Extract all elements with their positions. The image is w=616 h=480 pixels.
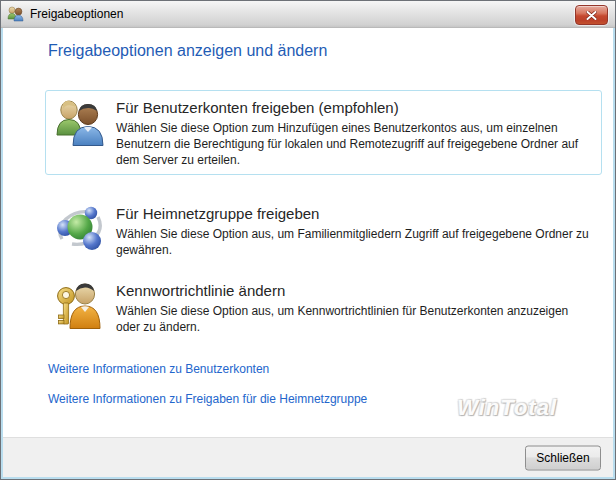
dialog-window: Freigabeoptionen Freigabeoptionen anzeig… bbox=[0, 0, 616, 480]
option-description: Wählen Sie diese Option aus, um Familien… bbox=[116, 226, 593, 258]
footer-bar: Schließen bbox=[3, 437, 613, 477]
option-title: Für Heimnetzgruppe freigeben bbox=[116, 204, 593, 224]
option-text: Kennwortrichtlinie ändern Wählen Sie die… bbox=[116, 280, 593, 335]
dialog-content: Freigabeoptionen anzeigen und ändern Für… bbox=[3, 28, 613, 477]
option-description: Wählen Sie diese Option zum Hinzufügen e… bbox=[116, 120, 593, 168]
key-user-icon bbox=[54, 280, 106, 332]
close-button[interactable] bbox=[575, 5, 608, 25]
schliessen-button[interactable]: Schließen bbox=[525, 445, 601, 470]
close-icon bbox=[586, 11, 597, 20]
homegroup-icon bbox=[54, 203, 106, 255]
option-kennwortrichtlinie-aendern[interactable]: Kennwortrichtlinie ändern Wählen Sie die… bbox=[45, 273, 602, 342]
option-heimnetzgruppe-freigeben[interactable]: Für Heimnetzgruppe freigeben Wählen Sie … bbox=[45, 196, 602, 265]
option-benutzerkonten-freigeben[interactable]: Für Benutzerkonten freigeben (empfohlen)… bbox=[45, 90, 602, 175]
option-description: Wählen Sie diese Option aus, um Kennwort… bbox=[116, 303, 593, 335]
users-icon bbox=[54, 97, 106, 149]
window-title: Freigabeoptionen bbox=[30, 7, 123, 21]
option-text: Für Benutzerkonten freigeben (empfohlen)… bbox=[116, 97, 593, 168]
page-title: Freigabeoptionen anzeigen und ändern bbox=[48, 42, 327, 60]
users-icon bbox=[7, 6, 24, 22]
titlebar: Freigabeoptionen bbox=[1, 1, 615, 28]
option-title: Für Benutzerkonten freigeben (empfohlen) bbox=[116, 98, 593, 118]
watermark: WinTotal bbox=[457, 395, 557, 421]
link-heimnetzgruppe-info[interactable]: Weitere Informationen zu Freigaben für d… bbox=[48, 392, 367, 406]
option-title: Kennwortrichtlinie ändern bbox=[116, 281, 593, 301]
option-text: Für Heimnetzgruppe freigeben Wählen Sie … bbox=[116, 203, 593, 258]
link-benutzerkonten-info[interactable]: Weitere Informationen zu Benutzerkonten bbox=[48, 362, 269, 376]
